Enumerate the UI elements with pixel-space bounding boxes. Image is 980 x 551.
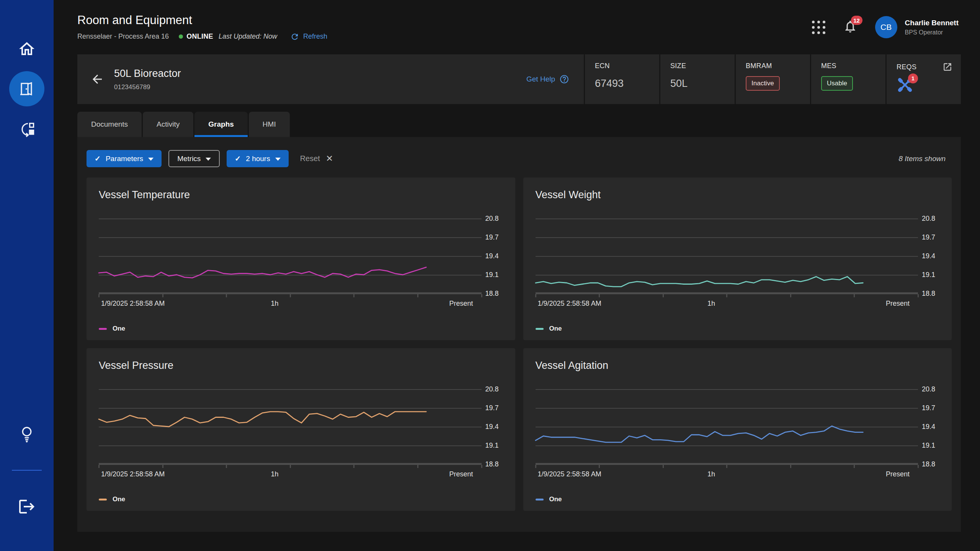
y-tick-label: 20.8 [922,385,935,393]
main-area: Room and Equipment Rensselaer - Process … [54,0,980,551]
equipment-id: 0123456789 [114,83,181,91]
user-name: Charlie Bennett [905,19,959,27]
close-icon: ✕ [326,153,333,164]
stat-reqs: REQS 1 [885,54,961,104]
plot-area [99,218,473,293]
x-label-mid: 1h [707,470,715,478]
legend: One [536,496,940,503]
sidebar-item-ideas[interactable] [9,416,44,452]
stat-value: 50L [670,78,735,90]
sidebar-divider [12,470,42,471]
chart-area: 20.8 19.7 19.4 19.1 18.8 [536,218,940,293]
chart-area: 20.8 19.7 19.4 19.1 18.8 [99,218,503,293]
y-tick-label: 18.8 [922,290,935,298]
open-door-icon [18,80,36,98]
page-meta: Rensselaer - Process Area 16 ONLINE Last… [77,32,327,41]
y-axis-labels: 20.8 19.7 19.4 19.1 18.8 [473,218,503,293]
caret-down-icon [275,158,281,161]
refresh-button[interactable]: Refresh [290,32,327,41]
get-help-link[interactable]: Get Help [526,54,569,104]
y-tick-label: 18.8 [922,460,935,468]
sidebar-item-room-equipment[interactable] [9,71,44,106]
equipment-banner: 50L Bioreactor 0123456789 Get Help ECN 6… [77,54,961,104]
sidebar [0,0,54,551]
x-axis [536,292,918,294]
user-menu[interactable]: CB Charlie Bennett BPS Operator [875,16,959,38]
y-axis-labels: 20.8 19.7 19.4 19.1 18.8 [473,389,503,464]
line-series [99,389,473,464]
x-axis-labels: 1/9/2025 2:58:58 AM 1h Present [99,300,473,309]
plot-area [536,389,910,464]
equipment-name: 50L Bioreactor [114,68,181,80]
filter-parameters-button[interactable]: ✓ Parameters [87,150,162,167]
legend-swatch [99,328,107,330]
x-label-end: Present [449,470,473,478]
chart-title: Vessel Pressure [99,360,503,372]
filter-parameters-label: Parameters [106,155,143,163]
page-header: Room and Equipment Rensselaer - Process … [77,13,327,41]
stat-size: SIZE 50L [659,54,735,104]
chart-title: Vessel Agitation [536,360,940,372]
sidebar-item-home[interactable] [9,31,44,67]
reqs-count-badge: 1 [908,73,918,83]
check-icon: ✓ [95,154,101,163]
x-axis [99,463,482,465]
y-tick-label: 19.1 [485,442,499,450]
stat-label: MES [821,62,885,70]
page-root: { "app": { "title": "Room and Equipment"… [0,0,980,551]
legend-label: One [549,496,562,503]
requisitions-button[interactable]: 1 [897,77,913,95]
notifications-button[interactable]: 12 [843,19,858,35]
flow-transfer-icon [18,120,36,139]
reset-button[interactable]: Reset ✕ [300,153,333,164]
open-in-new-button[interactable] [942,62,952,72]
sidebar-item-process-flow[interactable] [9,112,44,147]
logout-button[interactable] [9,489,44,524]
chart-area: 20.8 19.7 19.4 19.1 18.8 [536,389,940,464]
equipment-stats: ECN 67493 SIZE 50L BMRAM Inactive MES Us… [584,54,961,104]
help-icon [559,74,569,84]
user-role: BPS Operator [905,29,959,36]
tab-documents[interactable]: Documents [77,112,142,137]
equipment-title-block: 50L Bioreactor 0123456789 [114,68,181,91]
legend-swatch [536,328,544,330]
last-updated: Last Updated: Now [219,33,277,41]
check-icon: ✓ [235,154,241,163]
legend-label: One [113,496,125,503]
get-help-label: Get Help [526,75,555,83]
logout-icon [18,497,36,516]
stat-label: REQS [897,63,916,71]
y-tick-label: 20.8 [922,215,935,223]
legend-label: One [113,325,125,333]
x-label-mid: 1h [707,300,715,308]
plot-area [536,218,910,293]
tab-bar: Documents Activity Graphs HMI [77,112,961,137]
apps-grid-button[interactable] [812,21,825,34]
legend-swatch [99,499,107,500]
filter-metrics-button[interactable]: Metrics [168,150,220,167]
tab-activity[interactable]: Activity [143,112,193,137]
y-tick-label: 19.7 [485,404,499,412]
x-label-end: Present [886,470,910,478]
charts-grid: Vessel Temperature 20.8 19.7 19.4 [77,167,961,520]
legend-swatch [536,499,544,500]
tab-hmi[interactable]: HMI [249,112,290,137]
stat-mes: MES Usable [810,54,885,104]
x-label-start: 1/9/2025 2:58:58 AM [101,470,165,478]
y-tick-label: 19.7 [922,404,935,412]
chart-title: Vessel Weight [536,189,940,201]
page-title: Room and Equipment [77,13,327,27]
back-button[interactable] [90,72,104,86]
x-label-end: Present [449,300,473,308]
x-label-end: Present [886,300,910,308]
y-tick-label: 18.8 [485,460,499,468]
reset-label: Reset [300,154,320,163]
x-label-mid: 1h [271,470,278,478]
online-dot-icon [179,34,183,39]
filter-duration-button[interactable]: ✓ 2 hours [227,150,288,167]
topbar: Room and Equipment Rensselaer - Process … [54,0,980,54]
tab-graphs[interactable]: Graphs [194,112,248,137]
x-axis [99,292,482,294]
stat-value: 67493 [595,78,659,90]
x-axis-labels: 1/9/2025 2:58:58 AM 1h Present [536,470,910,479]
